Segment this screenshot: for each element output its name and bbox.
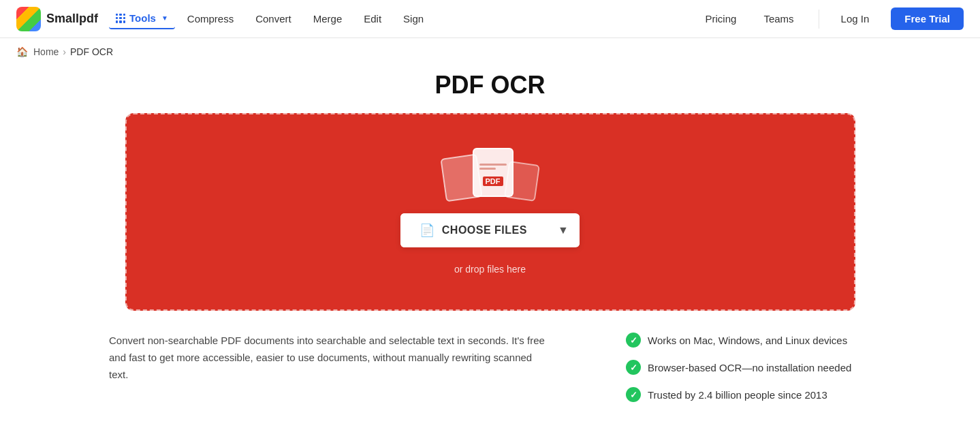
check-icon-2 bbox=[626, 360, 641, 375]
choose-files-label: CHOOSE FILES bbox=[442, 224, 527, 236]
teams-link[interactable]: Teams bbox=[750, 9, 807, 29]
breadcrumb-separator: › bbox=[63, 46, 66, 57]
choose-files-dropdown[interactable]: ▼ bbox=[547, 215, 580, 246]
navbar: Smallpdf Tools ▼ Compress Convert Merge … bbox=[0, 0, 980, 38]
grid-icon bbox=[116, 14, 125, 23]
bottom-section: Convert non-searchable PDF documents int… bbox=[0, 333, 980, 402]
choose-files-row: 📄 CHOOSE FILES ▼ bbox=[400, 213, 579, 247]
feature-text-1: Works on Mac, Windows, and Linux devices bbox=[648, 335, 847, 346]
breadcrumb-current: PDF OCR bbox=[70, 46, 113, 57]
feature-text-3: Trusted by 2.4 billion people since 2013 bbox=[648, 389, 827, 401]
dropzone[interactable]: PDF 📄 CHOOSE FILES ▼ or drop files here bbox=[125, 113, 855, 311]
free-trial-button[interactable]: Free Trial bbox=[891, 7, 964, 30]
doc-main-icon: PDF bbox=[473, 148, 513, 197]
nav-divider bbox=[819, 10, 819, 29]
drop-hint: or drop files here bbox=[454, 264, 526, 275]
file-upload-icon: 📄 bbox=[420, 223, 435, 238]
logo-icon bbox=[16, 7, 41, 31]
chevron-down-icon: ▼ bbox=[161, 14, 168, 22]
dropzone-outer: PDF 📄 CHOOSE FILES ▼ or drop files here bbox=[109, 113, 872, 311]
page-title: PDF OCR bbox=[0, 71, 980, 99]
feature-item-1: Works on Mac, Windows, and Linux devices bbox=[626, 333, 871, 348]
nav-sign[interactable]: Sign bbox=[394, 9, 433, 29]
doc-lines bbox=[474, 159, 512, 174]
pdf-icon-group: PDF bbox=[443, 148, 538, 197]
tools-label: Tools bbox=[129, 12, 156, 24]
nav-right: Pricing Teams Log In Free Trial bbox=[692, 7, 964, 30]
pdf-label: PDF bbox=[483, 176, 503, 186]
breadcrumb-home[interactable]: Home bbox=[33, 46, 59, 57]
doc-line-2 bbox=[479, 168, 496, 170]
pricing-link[interactable]: Pricing bbox=[692, 9, 750, 29]
features-list: Works on Mac, Windows, and Linux devices… bbox=[626, 333, 871, 402]
nav-right-links: Pricing Teams bbox=[692, 9, 808, 29]
doc-line-1 bbox=[479, 164, 507, 166]
check-icon-1 bbox=[626, 333, 641, 348]
feature-item-2: Browser-based OCR—no installation needed bbox=[626, 360, 871, 375]
home-icon: 🏠 bbox=[16, 46, 28, 57]
description: Convert non-searchable PDF documents int… bbox=[109, 333, 571, 383]
breadcrumb: 🏠 Home › PDF OCR bbox=[0, 38, 980, 65]
nav-links: Compress Convert Merge Edit Sign bbox=[178, 9, 433, 29]
tools-menu-button[interactable]: Tools ▼ bbox=[109, 8, 175, 29]
logo-area: Smallpdf bbox=[16, 7, 98, 31]
login-button[interactable]: Log In bbox=[830, 9, 881, 29]
description-text: Convert non-searchable PDF documents int… bbox=[109, 333, 545, 383]
check-icon-3 bbox=[626, 387, 641, 402]
nav-compress[interactable]: Compress bbox=[178, 9, 243, 29]
nav-merge[interactable]: Merge bbox=[304, 9, 352, 29]
nav-edit[interactable]: Edit bbox=[354, 9, 391, 29]
feature-text-2: Browser-based OCR—no installation needed bbox=[648, 362, 851, 373]
feature-item-3: Trusted by 2.4 billion people since 2013 bbox=[626, 387, 871, 402]
choose-files-button[interactable]: 📄 CHOOSE FILES bbox=[400, 213, 546, 247]
nav-convert[interactable]: Convert bbox=[246, 9, 301, 29]
logo-text: Smallpdf bbox=[46, 12, 98, 26]
